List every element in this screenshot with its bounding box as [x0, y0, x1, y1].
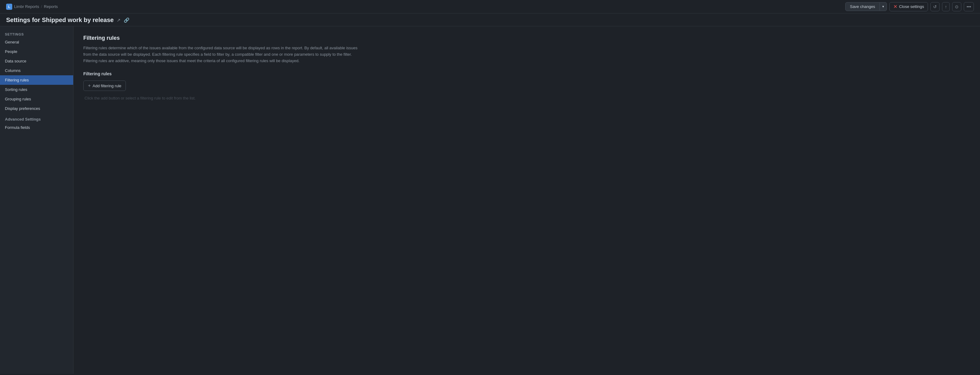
content-area: Filtering rules Filtering rules determin…	[73, 26, 980, 374]
sidebar-item-formula-fields[interactable]: Formula fields	[0, 123, 73, 132]
sidebar-label-data-source: Data source	[5, 59, 26, 64]
add-plus-icon: +	[88, 83, 91, 89]
refresh-button[interactable]: ↺	[931, 2, 940, 11]
sidebar-label-formula-fields: Formula fields	[5, 125, 30, 130]
external-link-icon[interactable]: ↗	[117, 17, 121, 23]
sidebar-item-people[interactable]: People	[0, 47, 73, 56]
sidebar-label-filtering-rules: Filtering rules	[5, 78, 29, 83]
sidebar: Settings General People Data source Colu…	[0, 26, 73, 374]
app-logo: L	[6, 4, 12, 10]
copy-link-icon[interactable]: 🔗	[124, 17, 130, 23]
close-settings-button[interactable]: ✕ Close settings	[889, 2, 928, 11]
add-filtering-rule-label: Add filtering rule	[92, 84, 121, 88]
view-button[interactable]: ⊙	[952, 2, 961, 11]
breadcrumb: L Limbr Reports / Reports	[6, 4, 58, 10]
sidebar-label-sorting-rules: Sorting rules	[5, 87, 27, 92]
sidebar-item-data-source[interactable]: Data source	[0, 56, 73, 66]
sidebar-label-general: General	[5, 40, 19, 44]
upload-button[interactable]: ↑	[942, 2, 950, 11]
topbar-right: Save changes ▾ ✕ Close settings ↺ ↑ ⊙ ••…	[845, 2, 974, 11]
sidebar-item-sorting-rules[interactable]: Sorting rules	[0, 85, 73, 94]
add-filtering-rule-button[interactable]: + Add filtering rule	[83, 81, 126, 91]
sidebar-item-grouping-rules[interactable]: Grouping rules	[0, 94, 73, 104]
topbar-left: L Limbr Reports / Reports	[6, 4, 58, 10]
sidebar-label-display-preferences: Display preferences	[5, 106, 40, 111]
breadcrumb-app-link[interactable]: Limbr Reports	[14, 4, 39, 9]
sidebar-item-columns[interactable]: Columns	[0, 66, 73, 75]
page-title: Settings for Shipped work by release	[6, 16, 114, 24]
advanced-settings-section-label: Advanced Settings	[0, 113, 73, 123]
content-title: Filtering rules	[83, 35, 970, 41]
sidebar-label-grouping-rules: Grouping rules	[5, 97, 31, 101]
sidebar-item-display-preferences[interactable]: Display preferences	[0, 104, 73, 113]
page-title-bold: Shipped work by release	[42, 16, 114, 23]
sidebar-label-people: People	[5, 49, 17, 54]
sidebar-item-filtering-rules[interactable]: Filtering rules	[0, 75, 73, 85]
empty-hint: Click the add button or select a filteri…	[84, 96, 970, 100]
sidebar-item-general[interactable]: General	[0, 37, 73, 47]
page-title-prefix: Settings for	[6, 16, 42, 23]
save-changes-main[interactable]: Save changes	[846, 2, 879, 11]
topbar: L Limbr Reports / Reports Save changes ▾…	[0, 0, 980, 13]
settings-section-label: Settings	[0, 30, 73, 37]
save-changes-button[interactable]: Save changes ▾	[845, 2, 886, 11]
breadcrumb-section-link[interactable]: Reports	[44, 4, 58, 9]
section-label: Filtering rules	[83, 72, 970, 76]
save-changes-dropdown[interactable]: ▾	[880, 3, 886, 10]
close-settings-label: Close settings	[899, 4, 924, 9]
page-title-row: Settings for Shipped work by release ↗ 🔗	[0, 13, 980, 26]
close-x-icon: ✕	[893, 4, 897, 9]
sidebar-label-columns: Columns	[5, 68, 21, 73]
content-description: Filtering rules determine which of the i…	[83, 45, 359, 64]
breadcrumb-separator: /	[41, 4, 42, 9]
main-layout: Settings General People Data source Colu…	[0, 26, 980, 374]
more-button[interactable]: •••	[964, 2, 974, 11]
